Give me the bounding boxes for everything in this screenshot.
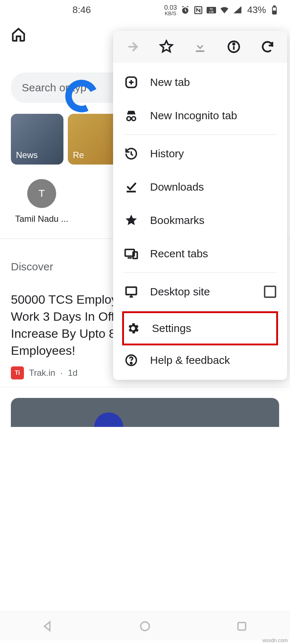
forward-button[interactable] — [123, 37, 142, 56]
menu-desktop-site[interactable]: Desktop site — [113, 275, 287, 308]
menu-recent-tabs[interactable]: Recent tabs — [113, 237, 287, 270]
signal-icon: x — [233, 5, 242, 15]
svg-rect-9 — [274, 6, 275, 7]
volte-icon: VoLTE — [207, 5, 216, 15]
battery-percent: 43% — [247, 4, 266, 16]
menu-downloads[interactable]: Downloads — [113, 170, 287, 204]
download-button[interactable] — [191, 37, 210, 56]
history-icon — [124, 146, 138, 161]
svg-point-30 — [130, 362, 132, 364]
info-button[interactable] — [224, 37, 243, 56]
home-icon[interactable] — [11, 27, 26, 42]
download-done-icon — [124, 180, 138, 194]
incognito-icon — [124, 108, 138, 123]
star-icon — [124, 213, 138, 228]
svg-text:LTE: LTE — [209, 11, 214, 13]
favicon-letter: T — [27, 179, 56, 208]
reload-button[interactable] — [258, 37, 277, 56]
svg-point-22 — [233, 43, 235, 45]
back-nav-icon[interactable] — [42, 620, 55, 633]
svg-rect-27 — [133, 252, 137, 258]
menu-help[interactable]: Help & feedback — [113, 344, 287, 377]
status-bar: 8:46 0.03KB/S VoLTE x 43% — [0, 0, 290, 20]
devices-icon — [124, 246, 138, 261]
wifi-icon — [220, 5, 229, 15]
menu-incognito[interactable]: New Incognito tab — [113, 99, 287, 132]
svg-rect-10 — [273, 11, 276, 14]
system-nav-bar — [0, 611, 290, 640]
bookmark-button[interactable] — [157, 37, 176, 56]
menu-new-tab[interactable]: New tab — [113, 66, 287, 99]
svg-rect-19 — [196, 50, 204, 52]
help-icon — [124, 353, 138, 367]
status-time: 8:46 — [72, 4, 91, 16]
plus-square-icon — [124, 75, 138, 90]
svg-point-24 — [127, 117, 131, 121]
alarm-icon — [181, 5, 190, 15]
svg-text:x: x — [240, 5, 242, 10]
gear-icon — [126, 321, 140, 336]
battery-icon — [270, 5, 279, 15]
home-nav-icon[interactable] — [138, 620, 152, 633]
monitor-icon — [124, 284, 138, 299]
svg-point-25 — [132, 117, 136, 121]
watermark: wsxdn.com — [262, 637, 288, 643]
svg-point-17 — [141, 622, 149, 631]
source-icon: Ti — [11, 366, 24, 379]
menu-toolbar — [113, 31, 287, 63]
nfc-icon — [194, 5, 203, 15]
favicon-label: Tamil Nadu ... — [15, 214, 69, 224]
favicon-item[interactable]: T Tamil Nadu ... — [11, 179, 72, 224]
data-rate: 0.03KB/S — [164, 4, 177, 16]
chrome-menu: New tab New Incognito tab History Downlo… — [113, 31, 287, 380]
tile-news[interactable]: News — [11, 114, 63, 165]
svg-rect-18 — [238, 622, 245, 630]
menu-history[interactable]: History — [113, 137, 287, 170]
svg-rect-28 — [126, 287, 137, 295]
menu-bookmarks[interactable]: Bookmarks — [113, 204, 287, 237]
recents-nav-icon[interactable] — [235, 620, 248, 633]
desktop-site-checkbox[interactable] — [264, 286, 276, 298]
svg-text:Vo: Vo — [210, 8, 213, 10]
article-source: Ti Trak.in·1d — [11, 366, 78, 379]
next-article-preview[interactable] — [11, 398, 279, 427]
menu-settings[interactable]: Settings — [122, 311, 278, 345]
tile-recipes[interactable]: Re — [68, 114, 120, 165]
